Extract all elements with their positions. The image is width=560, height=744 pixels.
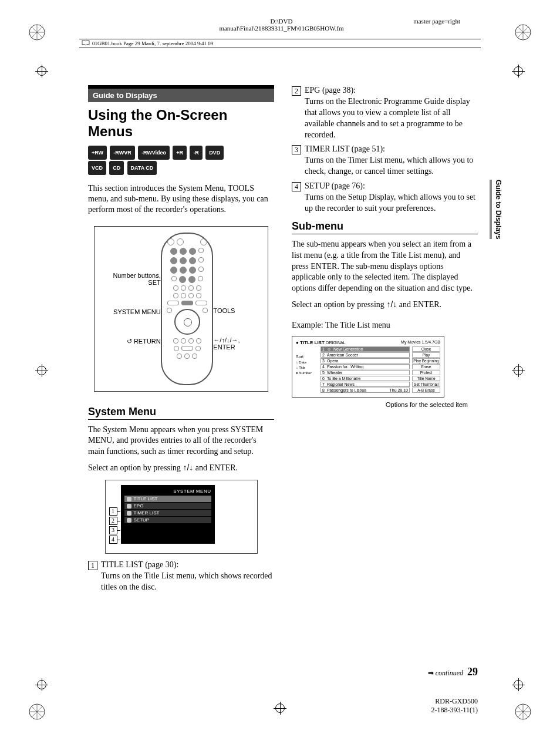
- registration-mark-icon: [514, 23, 532, 41]
- bookline-text: 01GB01.book Page 29 Mardi, 7. septembre …: [92, 41, 213, 46]
- sort-panel: Sort ○ Date ○ Title ● Number: [296, 346, 318, 393]
- crop-mark-icon: [274, 702, 286, 715]
- numbered-item: 4 SETUP (page 76): Turns on the Setup Di…: [292, 181, 478, 214]
- header-info: D:\DVD manual\Final\218839311_FM\01GB05H…: [91, 18, 472, 32]
- menu-item: SETUP: [124, 517, 211, 523]
- crop-mark-icon: [512, 364, 525, 377]
- system-menu-body: The System Menu appears when you press S…: [88, 425, 274, 458]
- badge: DATA CD: [127, 161, 157, 175]
- arrow-right-icon: ➡: [428, 669, 434, 677]
- section-tag: Guide to Displays: [88, 85, 274, 102]
- remote-label: ↺ RETURN: [99, 338, 161, 345]
- system-menu-figure: 1 2 3 4 SYSTEM MENU TITLE LIST EPG TIMER…: [105, 480, 258, 554]
- title-list-rows: 1☺New Generation 2American Soccer 3Opera…: [321, 346, 410, 393]
- page-number: 29: [467, 666, 478, 678]
- system-menu-select: Select an option by pressing ↑/↓ and ENT…: [88, 462, 274, 474]
- numbered-item: 1 TITLE LIST (page 30): Turns on the Tit…: [88, 560, 274, 593]
- badge: DVD: [205, 146, 224, 160]
- model-number: RDR-GXD500: [428, 697, 478, 706]
- numbered-item: 3 TIMER LIST (page 51): Turns on the Tim…: [292, 144, 478, 177]
- badge: +R: [173, 146, 187, 160]
- left-column: Guide to Displays Using the On-Screen Me…: [88, 85, 274, 662]
- crop-mark-icon: [35, 65, 48, 78]
- submenu-body: The sub-menu appears when you select an …: [292, 239, 478, 294]
- part-number: 2-188-393-11(1): [428, 706, 478, 715]
- system-menu-heading: System Menu: [88, 406, 274, 420]
- remote-diagram: Number buttons, SET SYSTEM MENU ↺ RETURN: [94, 226, 269, 392]
- submenu-options: Close Play Play Beginning Erase Protect …: [412, 346, 440, 393]
- badge: +RW: [88, 146, 107, 160]
- numbered-item: 2 EPG (page 38): Turns on the Electronic…: [292, 85, 478, 140]
- registration-mark-icon: [514, 703, 532, 721]
- remote-icon: [161, 233, 214, 385]
- callout-number: 2: [109, 517, 117, 525]
- registration-mark-icon: [28, 23, 46, 41]
- title-list-header: ● TITLE LIST ORIGINAL My Movies 1.5/4.7G…: [296, 340, 440, 345]
- badge: -RWVR: [110, 146, 134, 160]
- crop-mark-icon: [512, 65, 525, 78]
- menu-item: EPG: [124, 503, 211, 509]
- submenu-heading: Sub-menu: [292, 220, 478, 234]
- screen-title: SYSTEM MENU: [124, 489, 211, 494]
- title-list-figure: ● TITLE LIST ORIGINAL My Movies 1.5/4.7G…: [292, 336, 444, 398]
- book-info-bar: 01GB01.book Page 29 Mardi, 7. septembre …: [79, 39, 481, 48]
- header-masterpage: master page=right: [413, 18, 460, 25]
- submenu-select: Select an option by pressing ↑/↓ and ENT…: [292, 299, 478, 311]
- callout-number: 4: [109, 536, 117, 544]
- callout-number: 1: [109, 507, 117, 516]
- screen-mockup: SYSTEM MENU TITLE LIST EPG TIMER LIST SE…: [121, 485, 215, 544]
- side-tab: Guide to Displays: [490, 180, 502, 239]
- book-icon: [82, 40, 90, 47]
- page-title: Using the On-Screen Menus: [88, 107, 274, 140]
- page-footer: ➡ continued 29 RDR-GXD500 2-188-393-11(1…: [428, 666, 478, 715]
- intro-text: This section introduces the System Menu,…: [88, 183, 274, 216]
- menu-item: TITLE LIST: [124, 496, 211, 502]
- badge: -R: [190, 146, 203, 160]
- crop-mark-icon: [35, 678, 48, 691]
- registration-mark-icon: [28, 703, 46, 721]
- remote-label: ←/↑/↓/→, ENTER: [213, 336, 263, 351]
- crop-mark-icon: [512, 678, 525, 691]
- crop-mark-icon: [35, 364, 48, 377]
- right-column: 2 EPG (page 38): Turns on the Electronic…: [292, 85, 478, 662]
- badge: CD: [109, 161, 124, 175]
- badge: VCD: [88, 161, 106, 175]
- badge: -RWVideo: [138, 146, 170, 160]
- callout-number: 3: [109, 526, 117, 534]
- remote-label: TOOLS: [213, 307, 263, 314]
- remote-label: Number buttons, SET: [99, 272, 161, 286]
- header-path2: manual\Final\218839311_FM\01GB05HOW.fm: [91, 25, 472, 32]
- options-caption: Options for the selected item: [386, 401, 478, 409]
- menu-item: TIMER LIST: [124, 510, 211, 516]
- remote-label: SYSTEM MENU: [99, 308, 161, 315]
- disc-badges: +RW -RWVR -RWVideo +R -R DVD VCD CD DATA…: [88, 146, 274, 176]
- example-label: Example: The Title List menu: [292, 320, 478, 331]
